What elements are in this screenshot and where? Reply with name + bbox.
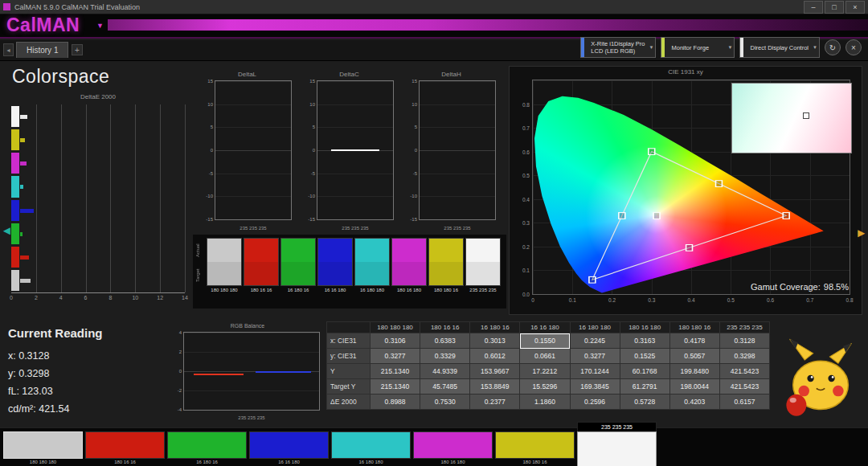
target-half bbox=[355, 262, 389, 285]
bottom-patch-row: 180 180 180180 16 1616 180 1616 16 18016… bbox=[3, 431, 657, 466]
category-swatch bbox=[11, 270, 19, 291]
table-cell[interactable]: 170.1244 bbox=[570, 364, 620, 379]
x-tick-label: 0.1 bbox=[569, 297, 576, 303]
table-cell[interactable]: 0.6157 bbox=[719, 394, 769, 410]
window-controls: – □ × bbox=[802, 1, 865, 14]
table-cell[interactable]: 0.0661 bbox=[520, 349, 570, 364]
tab-scroll-left-icon[interactable]: ◄ bbox=[3, 43, 14, 56]
maximize-button[interactable]: □ bbox=[825, 1, 844, 14]
x-tick-label: 8 bbox=[108, 295, 112, 300]
bottom-patch-green[interactable]: 16 180 16 bbox=[167, 431, 247, 464]
table-cell[interactable]: 0.6383 bbox=[420, 333, 470, 349]
y-tick-label: 5 bbox=[211, 125, 213, 129]
table-cell[interactable]: 198.0044 bbox=[669, 379, 719, 394]
table-cell[interactable]: 0.3128 bbox=[719, 333, 769, 349]
brand-gradient-stripe bbox=[108, 19, 868, 31]
table-row: y: CIE310.32770.33290.60120.06610.32770.… bbox=[327, 349, 770, 364]
actual-half bbox=[318, 239, 352, 262]
bottom-patch-red[interactable]: 180 16 16 bbox=[85, 431, 165, 464]
y-tick-label: 0 bbox=[415, 148, 417, 153]
table-cell[interactable]: 0.3277 bbox=[371, 349, 420, 364]
bottom-patch-magenta[interactable]: 180 16 180 bbox=[413, 431, 493, 464]
y-tick-label: 0.6 bbox=[522, 149, 530, 154]
actual-target-labels: ActualTarget bbox=[195, 238, 206, 288]
table-cell[interactable]: 61.2791 bbox=[620, 379, 669, 394]
next-page-chevron-icon[interactable]: ► bbox=[855, 226, 867, 239]
bottom-patch-gray-180[interactable]: 180 180 180 bbox=[3, 431, 83, 464]
toolbar-button-monitor-forge[interactable]: Monitor Forge▼ bbox=[661, 37, 735, 58]
y-tick-label: 2 bbox=[179, 350, 182, 354]
table-cell[interactable]: 0.1525 bbox=[620, 349, 669, 364]
y-tick-label: -5 bbox=[311, 171, 315, 176]
bottom-patch-blue[interactable]: 16 16 180 bbox=[249, 431, 329, 464]
y-tick-label: 15 bbox=[207, 79, 213, 84]
series-red bbox=[194, 374, 244, 375]
table-cell[interactable]: 0.3298 bbox=[719, 349, 769, 364]
table-cell[interactable]: 0.3106 bbox=[371, 333, 420, 349]
close-button[interactable]: × bbox=[845, 1, 865, 14]
patch-swatch bbox=[280, 238, 316, 286]
target-half bbox=[392, 262, 426, 285]
table-cell[interactable]: 0.2377 bbox=[470, 394, 520, 410]
target-half bbox=[318, 262, 352, 285]
table-cell[interactable]: 215.1340 bbox=[371, 379, 420, 394]
x-axis-label: 235 235 235 bbox=[215, 226, 292, 231]
table-cell[interactable]: 153.9667 bbox=[470, 364, 520, 379]
column-header: 16 180 16 bbox=[470, 322, 520, 333]
toolbar-accent-bar bbox=[661, 38, 665, 57]
table-cell[interactable]: 0.3163 bbox=[620, 333, 669, 349]
table-cell[interactable]: 0.5728 bbox=[620, 394, 669, 410]
table-cell[interactable]: 0.1550 bbox=[520, 333, 570, 349]
category-swatch bbox=[11, 153, 19, 174]
table-cell[interactable]: 421.5423 bbox=[719, 364, 769, 379]
table-cell[interactable]: 0.4178 bbox=[669, 333, 719, 349]
table-cell[interactable]: 0.3329 bbox=[420, 349, 470, 364]
prev-page-chevron-icon[interactable]: ◄ bbox=[1, 223, 13, 237]
plot-area: 151050-5-10-15 bbox=[215, 80, 292, 220]
table-cell[interactable]: 0.2596 bbox=[570, 394, 620, 410]
table-cell[interactable]: 215.1340 bbox=[371, 364, 420, 379]
minimize-button[interactable]: – bbox=[804, 1, 823, 14]
power-icon[interactable]: ↻ bbox=[825, 39, 841, 55]
calman-logo: CalMAN bbox=[6, 14, 80, 36]
patch-compare-yellow: 180 180 16 bbox=[428, 238, 464, 293]
patch-color bbox=[413, 431, 493, 459]
rgb-balance-plot-area: 420-2-4 bbox=[183, 332, 320, 411]
add-tab-button[interactable]: + bbox=[72, 44, 83, 55]
caret-down-icon: ▼ bbox=[649, 45, 654, 50]
actual-half bbox=[392, 239, 426, 262]
bottom-patch-cyan[interactable]: 16 180 180 bbox=[331, 431, 411, 464]
target-half bbox=[244, 262, 278, 285]
table-cell[interactable]: 15.5296 bbox=[520, 379, 570, 394]
table-cell[interactable]: 44.9339 bbox=[420, 364, 470, 379]
history-tab[interactable]: History 1 bbox=[16, 42, 68, 58]
table-cell[interactable]: 199.8480 bbox=[669, 364, 719, 379]
table-cell[interactable]: 0.3277 bbox=[570, 349, 620, 364]
category-swatch bbox=[11, 129, 19, 150]
bottom-patch-white-235[interactable]: 235 235 235 bbox=[577, 422, 657, 466]
table-cell[interactable]: 0.3013 bbox=[470, 333, 520, 349]
table-cell[interactable]: 169.3845 bbox=[570, 379, 620, 394]
reading-x: x: 0.3128 bbox=[8, 347, 103, 365]
table-cell[interactable]: 0.4203 bbox=[669, 394, 719, 410]
bottom-patch-yellow[interactable]: 180 180 16 bbox=[495, 431, 575, 464]
table-cell[interactable]: 0.2245 bbox=[570, 333, 620, 349]
table-cell[interactable]: 45.7485 bbox=[420, 379, 470, 394]
table-cell[interactable]: 1.1860 bbox=[520, 394, 570, 410]
chart-title: DeltaC bbox=[303, 71, 395, 80]
table-cell[interactable]: 0.6012 bbox=[470, 349, 520, 364]
x-tick-label: 0.4 bbox=[687, 297, 694, 303]
table-cell[interactable]: 421.5423 bbox=[719, 379, 769, 394]
table-cell[interactable]: 17.2212 bbox=[520, 364, 570, 379]
table-cell[interactable]: 153.8849 bbox=[470, 379, 520, 394]
x-tick-label: 0.3 bbox=[648, 297, 655, 303]
table-cell[interactable]: 0.8988 bbox=[371, 394, 420, 410]
target-label: Target bbox=[195, 263, 206, 288]
table-cell[interactable]: 0.7530 bbox=[420, 394, 470, 410]
table-cell[interactable]: 0.5057 bbox=[669, 349, 719, 364]
toolbar-button-x-rite-i1display-pro[interactable]: X-Rite i1Display ProLCD (LED RGB)▼ bbox=[580, 37, 656, 58]
toolbar-button-label: Monitor Forge bbox=[671, 44, 709, 51]
toolbar-button-direct-display-control[interactable]: Direct Display Control▼ bbox=[739, 37, 820, 58]
close-icon[interactable]: × bbox=[845, 39, 862, 55]
table-cell[interactable]: 60.1768 bbox=[620, 364, 669, 379]
